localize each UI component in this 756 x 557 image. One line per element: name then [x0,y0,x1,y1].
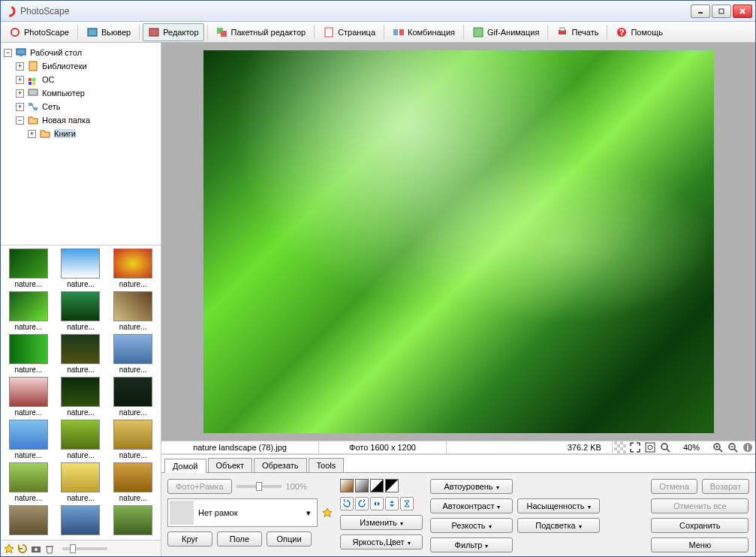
thumbnail-item[interactable]: nature... [108,420,158,459]
thumbnail-item[interactable]: nature... [108,248,158,288]
tree-collapse-icon[interactable]: − [16,116,24,125]
thumbnail-item[interactable]: nature... [56,462,106,502]
fullscreen-icon[interactable] [629,441,641,453]
frame-select[interactable]: Нет рамок ▾ [167,498,318,527]
thumbnail-item[interactable]: nature... [4,291,53,331]
tab-viewer[interactable]: Вьювер [81,23,136,41]
frame-slider[interactable] [236,485,282,488]
close-button[interactable] [733,5,752,18]
thumbnail-item[interactable]: nature... [108,291,158,331]
thumbnail-item[interactable]: nature... [4,377,53,417]
tab-combine[interactable]: Комбинация [387,23,460,41]
svg-point-43 [661,444,667,450]
options-button[interactable]: Опции [267,531,312,546]
tab-object[interactable]: Объект [208,458,252,472]
tab-editor[interactable]: Редактор [143,23,203,41]
save-button[interactable]: Сохранить [651,518,748,533]
flip-v-icon[interactable] [385,497,399,510]
svg-rect-37 [614,447,617,450]
maximize-button[interactable] [712,5,731,18]
svg-rect-25 [29,89,38,95]
circle-button[interactable]: Круг [167,531,212,546]
tab-tools[interactable]: Tools [309,458,345,472]
thumbnail-item[interactable]: nature... [4,248,53,288]
gradient-sepia-icon[interactable] [340,479,354,492]
svg-line-28 [32,104,34,109]
flip-icon[interactable] [370,497,384,510]
highlight-button[interactable]: Подсветка▾ [517,518,600,533]
tab-print[interactable]: Печать [551,23,604,41]
tab-help[interactable]: ?Помощь [610,23,668,41]
minimize-button[interactable] [691,5,710,18]
rotate-left-icon[interactable] [340,497,354,510]
thumbnail-item[interactable]: nature... [56,420,106,459]
tree-collapse-icon[interactable]: − [4,49,12,57]
star-icon[interactable] [322,507,333,518]
tree-expand-icon[interactable]: + [16,76,24,84]
rotate-right-icon[interactable] [355,497,369,510]
brightness-color-button[interactable]: Яркость,Цвет▾ [340,534,423,549]
tree-expand-icon[interactable]: + [28,130,36,138]
thumbnail-item[interactable]: nature... [108,334,158,374]
os-icon [27,74,39,86]
tab-home[interactable]: Домой [164,459,206,473]
autocontrast-button[interactable]: Автоконтраст▾ [430,498,513,513]
trash-icon[interactable] [44,543,55,554]
gradient-gray-icon[interactable] [355,479,369,492]
field-button[interactable]: Поле [217,531,262,546]
zoom-in-icon[interactable] [712,441,724,453]
resize-button[interactable]: Изменить▾ [340,515,423,530]
tab-gif[interactable]: Gif-Анимация [467,23,544,41]
fit-icon[interactable] [659,441,671,453]
thumbnail-item[interactable]: nature... [56,334,106,374]
redo-button[interactable]: Возврат [702,479,749,494]
star-icon[interactable] [4,543,14,554]
svg-rect-24 [32,82,35,85]
saturation-button[interactable]: Насыщенность▾ [517,498,600,513]
thumbnail-item[interactable] [4,505,53,537]
tree-expand-icon[interactable]: + [16,89,24,98]
checkerboard-icon[interactable] [614,441,626,453]
rotate-icon[interactable] [17,543,28,554]
thumbnail-item[interactable]: nature... [56,291,106,331]
thumbnail-item[interactable]: nature... [108,462,158,502]
autolevel-button[interactable]: Автоуровень▾ [430,479,513,494]
tab-crop[interactable]: Обрезать [254,458,307,472]
zoom-out-icon[interactable] [727,441,739,453]
info-icon[interactable]: i [742,441,754,453]
sharpness-button[interactable]: Резкость▾ [430,518,513,533]
tab-batch-editor[interactable]: Пакетный редактор [211,23,312,41]
thumbnail-item[interactable]: nature... [4,420,53,459]
gradient-invert-icon[interactable] [385,479,399,492]
menu-button[interactable]: Меню [651,537,748,552]
status-bar: nature landscape (78).jpg Фото 1600 x 12… [161,441,755,454]
tree-expand-icon[interactable]: + [16,62,24,71]
hourglass-icon[interactable] [400,497,414,510]
undo-button[interactable]: Отмена [651,479,697,494]
window-title: PhotoScape [20,6,691,17]
thumbnail-item[interactable]: nature... [56,248,106,288]
svg-rect-23 [29,82,32,85]
thumb-size-slider[interactable] [62,547,107,550]
thumbnail-item[interactable]: nature... [56,377,106,417]
thumbnail-item[interactable] [56,505,106,537]
filter-button[interactable]: Фильтр▾ [430,537,513,552]
fit-window-icon[interactable] [644,441,656,453]
thumbnail-item[interactable]: nature... [108,377,158,417]
thumbnail-item[interactable]: nature... [4,334,53,374]
image-canvas[interactable] [203,50,714,433]
thumbnail-item[interactable]: nature... [4,462,53,502]
tree-expand-icon[interactable]: + [16,103,24,111]
tab-photoscape[interactable]: PhotoScape [4,23,74,41]
gradient-bw-icon[interactable] [370,479,384,492]
undo-all-button[interactable]: Отменить все [651,498,748,513]
filesize-cell: 376.2 KB [557,441,613,453]
thumbnail-grid[interactable]: nature...nature...nature...nature...natu… [1,245,161,540]
camera-icon[interactable] [31,543,41,554]
svg-rect-15 [560,28,565,31]
folder-tree[interactable]: −Рабочий стол +Библиотеки +ОС +Компьютер… [1,43,161,245]
tab-page[interactable]: Страница [318,23,381,41]
svg-rect-12 [399,29,404,35]
thumbnail-item[interactable] [108,505,158,537]
photo-frame-button[interactable]: Фото+Рамка [167,479,232,494]
